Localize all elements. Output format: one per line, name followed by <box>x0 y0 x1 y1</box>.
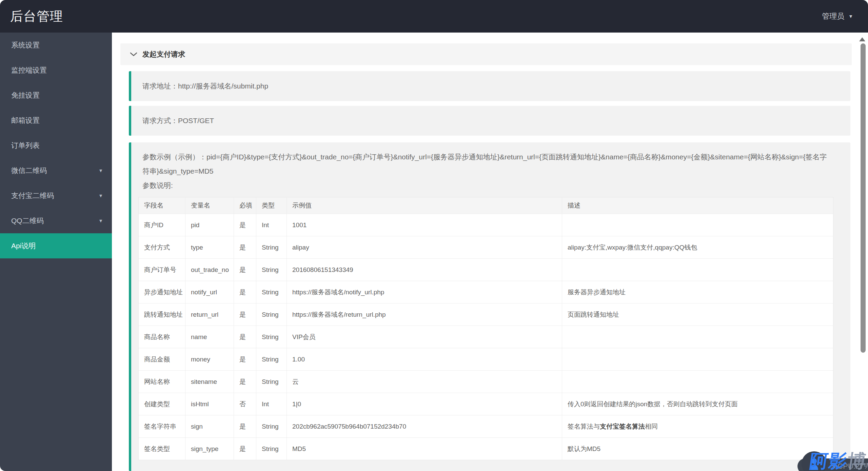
table-row: 网站名称sitename是String云 <box>139 370 833 393</box>
table-cell: sign <box>185 415 234 437</box>
table-cell: 是 <box>234 281 256 303</box>
table-cell: type <box>185 236 234 258</box>
table-header-cell: 字段名 <box>139 197 185 214</box>
sidebar-item-label: QQ二维码 <box>11 217 44 224</box>
table-cell: 是 <box>234 236 256 258</box>
user-dropdown-label: 管理员 <box>822 11 844 21</box>
table-cell: 商品名称 <box>139 326 185 348</box>
sidebar-item-label: 邮箱设置 <box>11 116 40 124</box>
table-cell: 商品金额 <box>139 348 185 370</box>
table-cell: String <box>256 348 287 370</box>
table-cell: String <box>256 326 287 348</box>
table-row: 支付方式type是Stringalipayalipay:支付宝,wxpay:微信… <box>139 236 833 258</box>
table-cell: 默认为MD5 <box>562 438 833 460</box>
table-cell: 服务器异步通知地址 <box>562 281 833 303</box>
table-row: 跳转通知地址return_url是Stringhttps://服务器域名/ret… <box>139 303 833 326</box>
sidebar-item-邮箱设置[interactable]: 邮箱设置 <box>0 108 112 133</box>
param-example-text: 参数示例（示例）：pid={商户ID}&type={支付方式}&out_trad… <box>142 150 830 178</box>
table-row: 异步通知地址notify_url是Stringhttps://服务器域名/not… <box>139 281 833 303</box>
table-cell: return_url <box>185 303 234 326</box>
table-cell: String <box>256 303 287 326</box>
chevron-down-icon: ▼ <box>98 158 103 183</box>
table-cell: String <box>256 371 287 393</box>
table-cell: String <box>256 236 287 258</box>
chevron-down-icon: ▼ <box>98 183 103 208</box>
request-url-box: 请求地址：http://服务器域名/submit.php <box>129 71 850 101</box>
table-cell: sign_type <box>185 438 234 460</box>
collapse-section-header[interactable]: 发起支付请求 <box>120 43 852 65</box>
table-row: 商品金额money是String1.00 <box>139 348 833 370</box>
chevron-down-icon: ▼ <box>848 14 853 19</box>
table-cell: name <box>185 326 234 348</box>
table-header-cell: 描述 <box>562 197 833 214</box>
sidebar-item-QQ二维码[interactable]: QQ二维码▼ <box>0 208 112 233</box>
sidebar-item-支付宝二维码[interactable]: 支付宝二维码▼ <box>0 183 112 208</box>
table-cell <box>562 259 833 281</box>
table-cell: 签名算法与支付宝签名算法相同 <box>562 415 833 437</box>
scrollbar-thumb[interactable] <box>861 43 866 353</box>
watermark: 阿影博客 <box>808 449 868 471</box>
scrollbar-up-arrow-icon[interactable] <box>859 37 865 41</box>
sidebar-nav: 系统设置监控端设置免挂设置邮箱设置订单列表微信二维码▼支付宝二维码▼QQ二维码▼… <box>0 33 112 471</box>
table-cell: 1001 <box>287 214 562 236</box>
table-header-cell: 类型 <box>256 197 287 214</box>
table-cell: VIP会员 <box>287 326 562 348</box>
table-cell: 是 <box>234 326 256 348</box>
table-cell: 20160806151343349 <box>287 259 562 281</box>
table-header-cell: 示例值 <box>287 197 562 214</box>
table-cell: 支付方式 <box>139 236 185 258</box>
table-cell: 是 <box>234 259 256 281</box>
table-cell: 页面跳转通知地址 <box>562 303 833 326</box>
table-cell: 是 <box>234 415 256 437</box>
sidebar-item-label: 免挂设置 <box>11 91 40 99</box>
table-cell: sitename <box>185 371 234 393</box>
sidebar-item-系统设置[interactable]: 系统设置 <box>0 33 112 58</box>
table-cell: isHtml <box>185 393 234 415</box>
sidebar-item-Api说明[interactable]: Api说明 <box>0 233 112 258</box>
table-cell: 创建类型 <box>139 393 185 415</box>
table-cell: 是 <box>234 303 256 326</box>
table-cell <box>562 214 833 236</box>
table-cell: alipay <box>287 236 562 258</box>
sidebar-item-label: Api说明 <box>11 242 36 250</box>
table-row: 签名类型sign_type是StringMD5默认为MD5 <box>139 437 833 460</box>
table-cell: 跳转通知地址 <box>139 303 185 326</box>
chevron-down-icon: ▼ <box>98 208 103 233</box>
table-cell: String <box>256 415 287 437</box>
table-cell: 是 <box>234 348 256 370</box>
table-row: 商户IDpid是Int1001 <box>139 214 833 236</box>
table-row: 创建类型isHtml否Int1|0传入0则返回创建结果的json数据，否则自动跳… <box>139 393 833 415</box>
table-cell: 是 <box>234 371 256 393</box>
request-method-box: 请求方式：POST/GET <box>129 106 850 136</box>
table-cell: 1.00 <box>287 348 562 370</box>
table-cell: 商户订单号 <box>139 259 185 281</box>
table-row: 签名字符串sign是String202cb962ac59075b964b0715… <box>139 415 833 437</box>
table-row: 商户订单号out_trade_no是String2016080615134334… <box>139 258 833 281</box>
table-header-cell: 变量名 <box>185 197 234 214</box>
watermark-secondary: 博客 <box>846 451 868 471</box>
table-cell: 是 <box>234 438 256 460</box>
table-row: 商品名称name是StringVIP会员 <box>139 326 833 348</box>
table-cell: alipay:支付宝,wxpay:微信支付,qqpay:QQ钱包 <box>562 236 833 258</box>
params-table: 字段名变量名必填类型示例值描述商户IDpid是Int1001支付方式type是S… <box>138 197 833 460</box>
table-cell: 否 <box>234 393 256 415</box>
table-cell: 传入0则返回创建结果的json数据，否则自动跳转到支付页面 <box>562 393 833 415</box>
table-cell: MD5 <box>287 438 562 460</box>
sidebar-item-微信二维码[interactable]: 微信二维码▼ <box>0 158 112 183</box>
sidebar-item-订单列表[interactable]: 订单列表 <box>0 133 112 158</box>
table-cell: Int <box>256 393 287 415</box>
user-dropdown[interactable]: 管理员 ▼ <box>822 0 853 33</box>
table-cell: 云 <box>287 371 562 393</box>
table-cell: 202cb962ac59075b964b07152d234b70 <box>287 415 562 437</box>
table-cell: 签名字符串 <box>139 415 185 437</box>
table-cell: 1|0 <box>287 393 562 415</box>
watermark-primary: 阿影 <box>808 451 849 471</box>
sidebar-item-label: 支付宝二维码 <box>11 192 54 199</box>
table-cell <box>562 371 833 393</box>
sidebar-item-监控端设置[interactable]: 监控端设置 <box>0 58 112 83</box>
table-cell: https://服务器域名/return_url.php <box>287 303 562 326</box>
sidebar-item-免挂设置[interactable]: 免挂设置 <box>0 83 112 108</box>
table-cell: 异步通知地址 <box>139 281 185 303</box>
table-cell: 商户ID <box>139 214 185 236</box>
table-cell: money <box>185 348 234 370</box>
